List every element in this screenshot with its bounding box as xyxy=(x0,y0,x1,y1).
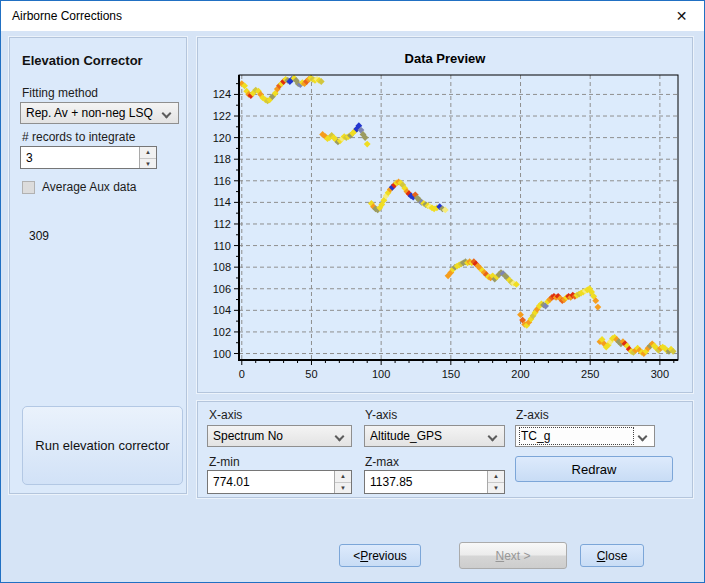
svg-text:100: 100 xyxy=(213,348,231,360)
redraw-button[interactable]: Redraw xyxy=(515,456,673,482)
z-min-value: 774.01 xyxy=(213,475,250,489)
spin-down-icon[interactable]: ▼ xyxy=(335,482,351,493)
chevron-down-icon xyxy=(335,432,345,442)
z-min-label: Z-min xyxy=(209,455,240,469)
next-label-post: ext > xyxy=(504,549,530,563)
svg-text:108: 108 xyxy=(213,261,231,273)
close-label-post: lose xyxy=(605,549,627,563)
z-max-stepper[interactable]: 1137.85 ▲ ▼ xyxy=(364,470,505,494)
svg-text:100: 100 xyxy=(372,368,390,380)
dialog-client-area: Elevation Corrector Fitting method Rep. … xyxy=(1,31,704,582)
previous-label-mnemonic: P xyxy=(360,549,368,563)
x-axis-select[interactable]: Spectrum No xyxy=(207,425,352,447)
previous-button[interactable]: < Previous xyxy=(339,544,421,567)
titlebar: Airborne Corrections ✕ xyxy=(1,1,704,31)
svg-text:120: 120 xyxy=(213,132,231,144)
svg-text:114: 114 xyxy=(213,196,231,208)
fitting-method-select[interactable]: Rep. Av + non-neg LSQ xyxy=(20,102,179,124)
close-icon[interactable]: ✕ xyxy=(659,1,704,31)
spinner-buttons: ▲ ▼ xyxy=(334,471,351,493)
spin-up-icon[interactable]: ▲ xyxy=(488,471,504,482)
close-button[interactable]: Close xyxy=(580,544,644,567)
spin-up-icon[interactable]: ▲ xyxy=(335,471,351,482)
previous-label-post: revious xyxy=(368,549,407,563)
svg-text:200: 200 xyxy=(511,368,529,380)
chevron-down-icon xyxy=(162,109,172,119)
window-title: Airborne Corrections xyxy=(12,1,122,31)
average-aux-data-checkbox[interactable]: Average Aux data xyxy=(22,180,137,194)
z-min-stepper[interactable]: 774.01 ▲ ▼ xyxy=(207,470,352,494)
svg-text:112: 112 xyxy=(213,218,231,230)
spin-up-icon[interactable]: ▲ xyxy=(140,147,156,158)
x-axis-value: Spectrum No xyxy=(213,429,329,443)
records-to-integrate-label: # records to integrate xyxy=(22,130,135,144)
fitting-method-value: Rep. Av + non-neg LSQ xyxy=(26,106,156,120)
panel-title-elevation-corrector: Elevation Corrector xyxy=(22,53,143,68)
y-axis-label: Y-axis xyxy=(365,408,397,422)
chevron-down-icon xyxy=(488,432,498,442)
previous-label-pre: < xyxy=(353,549,360,563)
spinner-buttons: ▲ ▼ xyxy=(487,471,504,493)
data-preview-chart: 0501001502002503001001021041061081101121… xyxy=(202,68,690,388)
svg-text:124: 124 xyxy=(213,88,231,100)
svg-text:106: 106 xyxy=(213,283,231,295)
z-max-value: 1137.85 xyxy=(370,475,413,489)
svg-text:122: 122 xyxy=(213,110,231,122)
axis-controls-panel: X-axis Y-axis Z-axis Spectrum No Altitud… xyxy=(197,401,693,498)
y-axis-value: Altitude_GPS xyxy=(370,429,482,443)
chevron-down-icon xyxy=(638,432,648,442)
z-axis-label: Z-axis xyxy=(516,408,549,422)
svg-text:0: 0 xyxy=(239,368,245,380)
svg-text:300: 300 xyxy=(651,368,669,380)
run-elevation-corrector-button[interactable]: Run elevation corrector xyxy=(22,406,183,485)
z-axis-select[interactable]: TC_g xyxy=(515,425,655,447)
records-to-integrate-stepper[interactable]: 3 ▲ ▼ xyxy=(20,146,157,169)
elevation-corrector-panel: Elevation Corrector Fitting method Rep. … xyxy=(9,37,187,494)
checkbox-icon[interactable] xyxy=(22,181,35,194)
record-count: 309 xyxy=(29,229,49,243)
svg-text:104: 104 xyxy=(213,304,231,316)
y-axis-select[interactable]: Altitude_GPS xyxy=(364,425,505,447)
spin-down-icon[interactable]: ▼ xyxy=(488,482,504,493)
svg-text:116: 116 xyxy=(213,175,231,187)
spinner-buttons: ▲ ▼ xyxy=(139,147,156,168)
next-label-mnemonic: N xyxy=(495,549,504,563)
x-axis-label: X-axis xyxy=(209,408,242,422)
svg-text:118: 118 xyxy=(213,153,231,165)
records-to-integrate-value: 3 xyxy=(26,151,33,165)
next-button: Next > xyxy=(459,542,567,569)
dialog-airborne-corrections: Airborne Corrections ✕ Elevation Correct… xyxy=(0,0,705,583)
svg-text:110: 110 xyxy=(213,240,231,252)
close-label-mnemonic: C xyxy=(597,549,606,563)
data-preview-panel: Data Preview 050100150200250300100102104… xyxy=(197,37,693,393)
fitting-method-label: Fitting method xyxy=(22,86,98,100)
z-axis-value: TC_g xyxy=(521,429,632,443)
z-max-label: Z-max xyxy=(365,455,399,469)
svg-text:102: 102 xyxy=(213,326,231,338)
svg-text:250: 250 xyxy=(581,368,599,380)
spin-down-icon[interactable]: ▼ xyxy=(140,158,156,169)
svg-text:150: 150 xyxy=(442,368,460,380)
average-aux-data-label: Average Aux data xyxy=(42,180,137,194)
chart-title: Data Preview xyxy=(198,51,692,66)
svg-text:50: 50 xyxy=(305,368,317,380)
